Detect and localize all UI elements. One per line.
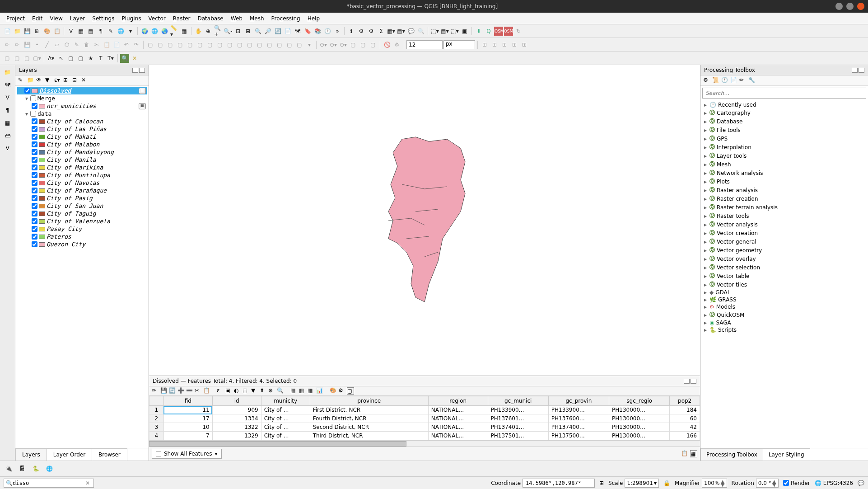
rotation-input[interactable]: 0.0 ° ▲▼ xyxy=(756,479,779,488)
render-field[interactable]: Render xyxy=(783,480,810,486)
topo-5-icon[interactable]: ⊞ xyxy=(520,40,529,49)
collapse-icon[interactable]: ⊟ xyxy=(72,77,79,84)
reload-table-icon[interactable]: 🔄 xyxy=(169,387,176,395)
layer-checkbox[interactable] xyxy=(32,126,37,132)
form-view-icon[interactable]: 📋 xyxy=(681,450,688,457)
menu-project[interactable]: Project xyxy=(3,14,28,23)
attribute-hscroll[interactable] xyxy=(149,440,700,447)
save-edits-icon[interactable]: 💾 xyxy=(160,387,168,395)
invert-selection-icon[interactable]: ◐ xyxy=(234,387,241,395)
style-manager-icon[interactable]: 🎨 xyxy=(42,27,51,36)
edit-layer-icon[interactable]: ✎ xyxy=(106,27,115,36)
processing-group[interactable]: ▸ⓆRaster analysis xyxy=(702,186,866,194)
processing-group[interactable]: ▸ⓆVector general xyxy=(702,237,866,246)
layer-checkbox[interactable] xyxy=(32,203,37,209)
layer-item[interactable]: City of Muntinlupa xyxy=(17,171,147,179)
show-labels-icon[interactable]: T xyxy=(96,54,105,63)
table-row[interactable]: 2171334City of …Fourth District, NCRNATI… xyxy=(149,414,700,423)
processing-group[interactable]: ▸ⓆMesh xyxy=(702,160,866,169)
db-manager-icon[interactable]: 🗄 xyxy=(17,464,27,474)
layer-item[interactable]: Pateros xyxy=(17,233,147,240)
processing-tree[interactable]: ▸🕐Recently used▸ⓆCartography▸ⓆDatabase▸Ⓠ… xyxy=(700,100,868,448)
zoom-full-icon[interactable]: 🌍 xyxy=(140,27,149,36)
processing-group[interactable]: ▸🐍Scripts xyxy=(702,326,866,334)
print-layout-icon[interactable]: 🗎 xyxy=(33,27,42,36)
rotate-label-icon[interactable]: ▢ xyxy=(76,54,85,63)
deselect-all-icon[interactable]: ⬚ xyxy=(243,387,250,395)
add-raster-icon[interactable]: ▦ xyxy=(76,27,85,36)
layer-checkbox[interactable] xyxy=(32,195,37,201)
digitize-12-icon[interactable]: ▢ xyxy=(255,40,264,49)
add-text-layer-icon[interactable]: ¶ xyxy=(2,105,13,116)
layer-item[interactable]: ▾Merge xyxy=(17,94,147,102)
save-layer-icon[interactable]: 💾 xyxy=(23,40,32,49)
select-value-icon[interactable]: ▤▾ xyxy=(440,27,449,36)
cut-feature-icon[interactable]: ✂ xyxy=(195,387,202,395)
measure-icon[interactable]: 📏▾ xyxy=(170,27,179,36)
new-shapefile-icon[interactable]: ▾ xyxy=(126,27,135,36)
save-edits-icon[interactable]: ✏ xyxy=(13,40,22,49)
undo-icon[interactable]: ↶ xyxy=(122,40,131,49)
digitize-9-icon[interactable]: ▢ xyxy=(225,40,234,49)
copy-icon[interactable]: 📋 xyxy=(102,40,111,49)
dock-icon[interactable]: ▢ xyxy=(347,387,354,395)
attribute-table-icon[interactable]: ▦▾ xyxy=(387,27,396,36)
select-all-icon[interactable]: ▣ xyxy=(225,387,233,395)
attr-float-button[interactable] xyxy=(684,379,690,384)
attribute-table[interactable]: fididmunicityprovinceregiongc_municigc_p… xyxy=(149,396,700,440)
processing-group[interactable]: ▸ⓆVector overlay xyxy=(702,254,866,263)
add-feature-icon[interactable]: ➕ xyxy=(177,387,185,395)
processing-group[interactable]: ▸ⓆFile tools xyxy=(702,126,866,134)
extents-icon[interactable]: ⊞ xyxy=(599,480,604,486)
plugin-icon[interactable]: ✕ xyxy=(130,54,139,63)
snapping-tolerance-input[interactable] xyxy=(406,40,443,49)
digitize-8-icon[interactable]: ▢ xyxy=(215,40,224,49)
tab-layer-styling[interactable]: Layer Styling xyxy=(763,448,810,461)
pt-script-icon[interactable]: 📜 xyxy=(712,77,719,84)
crs-field[interactable]: 🌐 EPSG:4326 xyxy=(815,480,853,486)
copy-feature-icon[interactable]: 📋 xyxy=(203,387,210,395)
messages-icon[interactable]: 💬 xyxy=(858,480,864,486)
new-map-icon[interactable]: 📄 xyxy=(283,27,292,36)
digitize-14-icon[interactable]: ▢ xyxy=(275,40,284,49)
table-row[interactable]: 471329City of …Third District, NCRNATION… xyxy=(149,432,700,440)
layer-checkbox[interactable] xyxy=(30,111,36,117)
zoom-next-icon[interactable]: 🔎 xyxy=(263,27,272,36)
layer-checkbox[interactable] xyxy=(32,188,37,193)
new-3d-map-icon[interactable]: 🗺 xyxy=(293,27,302,36)
minimize-button[interactable] xyxy=(835,3,843,10)
cut-icon[interactable]: ✂ xyxy=(92,40,101,49)
layer-checkbox[interactable] xyxy=(32,157,37,163)
digitize-15-icon[interactable]: ▢ xyxy=(285,40,294,49)
menu-settings[interactable]: Settings xyxy=(89,14,118,23)
processing-group[interactable]: ▸ⓆDatabase xyxy=(702,117,866,126)
lock-icon[interactable]: 🔒 xyxy=(663,480,670,486)
toggle-editing-icon[interactable]: ✏ xyxy=(152,387,159,395)
zoom-last-icon[interactable]: 🔍 xyxy=(253,27,262,36)
expression-icon[interactable]: ε▾ xyxy=(54,77,61,84)
menu-layer[interactable]: Layer xyxy=(66,14,89,23)
menu-plugins[interactable]: Plugins xyxy=(118,14,145,23)
coordinate-input[interactable]: 14.5986°,120.987° xyxy=(523,479,595,488)
processing-search-input[interactable] xyxy=(702,88,866,99)
digitize-4-icon[interactable]: ▢ xyxy=(176,40,185,49)
layer-item[interactable]: Quezon City xyxy=(17,240,147,248)
layer-item[interactable]: Dissolved▦ xyxy=(17,87,147,94)
pt-close-button[interactable] xyxy=(859,68,864,73)
deselect-icon[interactable]: ⬚▾ xyxy=(450,27,459,36)
python-console-icon[interactable]: 🐍 xyxy=(31,464,41,474)
topo-2-icon[interactable]: ⊞ xyxy=(490,40,499,49)
layer-checkbox[interactable] xyxy=(24,88,30,94)
add-gpkg-icon[interactable]: ▦ xyxy=(2,118,13,128)
digitize-3-icon[interactable]: ▢ xyxy=(166,40,175,49)
filter-icon[interactable]: ▼ xyxy=(45,77,52,84)
snap-1-icon[interactable]: ⊙▾ xyxy=(319,40,328,49)
layer-item[interactable]: City of Parañaque xyxy=(17,187,147,194)
map-tips-icon[interactable]: 🔍 xyxy=(416,27,425,36)
osm-download-icon[interactable]: ⬇ xyxy=(474,27,483,36)
zoom-layer-icon[interactable]: 🌏 xyxy=(160,27,169,36)
save-project-icon[interactable]: 💾 xyxy=(23,27,32,36)
add-polygon-icon[interactable]: ▱ xyxy=(52,40,61,49)
organize-columns-icon[interactable]: ▦ xyxy=(308,387,315,395)
digitize-16-icon[interactable]: ▢ xyxy=(295,40,304,49)
